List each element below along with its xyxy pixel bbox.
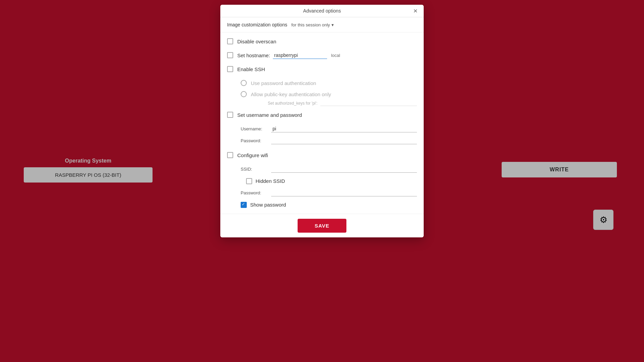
- enable-ssh-label: Enable SSH: [237, 66, 265, 73]
- configure-wifi-label: Configure wifi: [237, 152, 268, 159]
- password-row: Password:: [227, 137, 417, 144]
- chevron-down-icon: ▾: [331, 22, 334, 27]
- hostname-input[interactable]: [273, 52, 327, 59]
- username-row: Username:: [227, 125, 417, 132]
- dialog-content: Image customization options for this ses…: [220, 17, 424, 214]
- password-input[interactable]: [271, 137, 417, 144]
- hidden-ssid-checkbox[interactable]: [246, 178, 252, 184]
- save-button[interactable]: SAVE: [298, 219, 346, 233]
- use-password-auth-label: Use password authentication: [251, 80, 316, 87]
- dialog-footer: SAVE: [220, 214, 424, 237]
- allow-public-key-row: Allow public-key authentication only: [241, 91, 417, 98]
- customization-label: Image customization options: [227, 22, 287, 27]
- customization-bar: Image customization options for this ses…: [220, 17, 424, 33]
- disable-overscan-label: Disable overscan: [237, 38, 276, 45]
- allow-public-key-radio[interactable]: [241, 91, 247, 97]
- customization-select-value: for this session only: [291, 22, 330, 27]
- ssh-options: Use password authentication Allow public…: [227, 80, 417, 106]
- configure-wifi-checkbox[interactable]: [227, 152, 233, 158]
- set-username-password-row: Set username and password: [227, 111, 417, 119]
- username-input[interactable]: [271, 125, 417, 132]
- authorized-keys-row: Set authorized_keys for 'pi':: [241, 101, 417, 106]
- disable-overscan-checkbox[interactable]: [227, 38, 233, 44]
- authorized-keys-label: Set authorized_keys for 'pi':: [268, 101, 318, 106]
- enable-ssh-row: Enable SSH: [227, 66, 417, 73]
- customization-select[interactable]: for this session only ▾: [291, 22, 334, 27]
- set-hostname-checkbox[interactable]: [227, 52, 233, 58]
- dialog-close-button[interactable]: ✕: [411, 7, 420, 15]
- allow-public-key-label: Allow public-key authentication only: [251, 91, 331, 98]
- show-password-label: Show password: [250, 201, 286, 208]
- options-area: Disable overscan Set hostname: local Ena…: [220, 33, 424, 214]
- authorized-keys-input[interactable]: [320, 101, 417, 106]
- use-password-auth-row: Use password authentication: [241, 80, 417, 87]
- enable-ssh-checkbox[interactable]: [227, 66, 233, 72]
- hostname-suffix: local: [331, 53, 340, 58]
- username-label: Username:: [241, 126, 268, 131]
- password-label: Password:: [241, 138, 268, 143]
- wifi-password-label: Password:: [241, 190, 268, 195]
- wifi-password-row: Password:: [227, 189, 417, 196]
- set-hostname-row: Set hostname: local: [227, 52, 417, 59]
- ssid-row: SSID:: [227, 166, 417, 173]
- wifi-password-input[interactable]: [271, 189, 417, 196]
- hidden-ssid-label: Hidden SSID: [256, 177, 285, 185]
- show-password-row: Show password: [227, 201, 417, 208]
- advanced-options-dialog: Advanced options ✕ Image customization o…: [220, 5, 424, 237]
- disable-overscan-row: Disable overscan: [227, 38, 417, 45]
- ssid-input[interactable]: [271, 166, 417, 173]
- ssid-label: SSID:: [241, 167, 268, 172]
- set-hostname-label: Set hostname:: [237, 52, 270, 59]
- set-username-password-label: Set username and password: [237, 111, 302, 119]
- use-password-auth-radio[interactable]: [241, 80, 247, 86]
- modal-overlay: Advanced options ✕ Image customization o…: [0, 0, 644, 362]
- dialog-title: Advanced options: [303, 8, 341, 14]
- hidden-ssid-row: Hidden SSID: [227, 177, 417, 185]
- set-username-password-checkbox[interactable]: [227, 112, 233, 118]
- show-password-checkbox[interactable]: [241, 202, 247, 208]
- configure-wifi-row: Configure wifi: [227, 152, 417, 159]
- dialog-titlebar: Advanced options ✕: [220, 5, 424, 17]
